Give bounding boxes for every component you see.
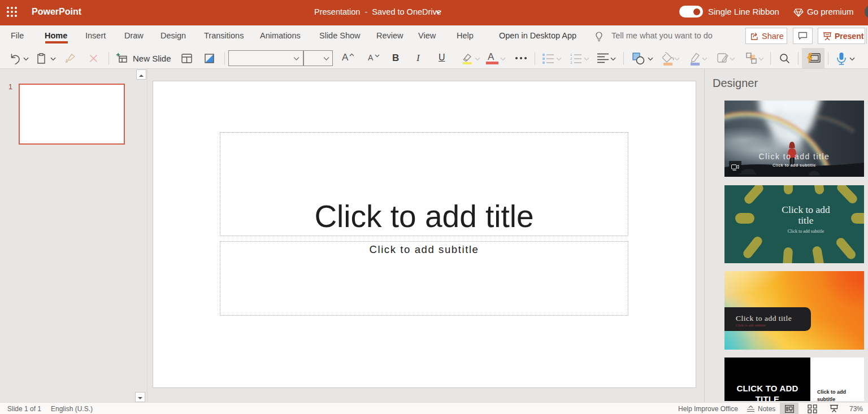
svg-text:1: 1 <box>570 53 572 56</box>
svg-text:2: 2 <box>570 57 572 60</box>
svg-text:3: 3 <box>570 61 572 64</box>
